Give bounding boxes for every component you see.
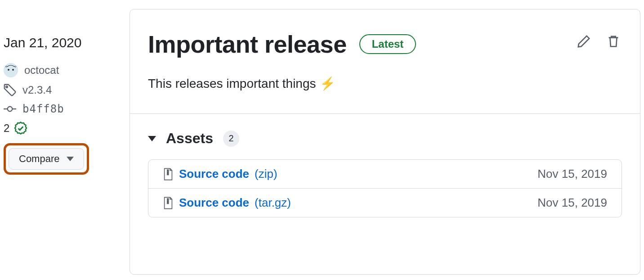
asset-link[interactable]: Source code — [179, 196, 249, 210]
zip-icon — [163, 168, 174, 181]
release-panel: Important release Latest This releases i… — [130, 9, 640, 275]
compare-label: Compare — [19, 153, 59, 165]
tag-name: v2.3.4 — [22, 84, 52, 96]
svg-point-4 — [8, 107, 13, 112]
asset-date: Nov 15, 2019 — [537, 196, 607, 210]
compare-button[interactable]: Compare — [9, 148, 84, 170]
svg-rect-9 — [167, 173, 169, 175]
verified-count: 2 — [4, 122, 9, 135]
chevron-down-icon — [67, 157, 74, 161]
svg-point-2 — [12, 69, 14, 71]
assets-list: Source code (zip) Nov 15, 2019 Source co… — [148, 159, 622, 217]
commit-row[interactable]: b4ff8b — [4, 103, 126, 115]
zip-icon — [163, 197, 174, 209]
delete-button[interactable] — [605, 33, 622, 51]
pencil-icon — [577, 35, 590, 48]
commit-hash: b4ff8b — [22, 103, 64, 115]
compare-highlight: Compare — [4, 143, 89, 175]
tag-row[interactable]: v2.3.4 — [4, 84, 126, 96]
verified-icon — [14, 122, 27, 135]
assets-toggle[interactable]: Assets 2 — [148, 130, 622, 147]
svg-rect-7 — [167, 170, 169, 171]
latest-badge: Latest — [359, 34, 416, 54]
svg-rect-11 — [167, 200, 169, 202]
author-name: octocat — [24, 64, 59, 77]
assets-heading: Assets — [166, 130, 213, 147]
verified-row[interactable]: 2 — [4, 122, 126, 135]
svg-rect-12 — [167, 202, 169, 203]
asset-row: Source code (tar.gz) Nov 15, 2019 — [148, 188, 622, 217]
lightning-icon: ⚡ — [320, 76, 335, 91]
caret-down-icon — [148, 136, 156, 141]
release-actions — [575, 30, 622, 51]
asset-date: Nov 15, 2019 — [537, 167, 607, 181]
svg-point-1 — [8, 69, 9, 71]
svg-point-3 — [6, 86, 8, 88]
asset-ext: (tar.gz) — [255, 196, 291, 210]
avatar — [4, 63, 18, 77]
asset-link[interactable]: Source code — [179, 167, 249, 181]
release-sidebar: Jan 21, 2020 octocat v2.3.4 b4ff8b 2 Com… — [4, 9, 126, 275]
release-title: Important release — [148, 30, 347, 58]
release-body: This releases important things ⚡ — [130, 76, 640, 113]
asset-row: Source code (zip) Nov 15, 2019 — [148, 160, 622, 188]
assets-count: 2 — [223, 131, 239, 147]
asset-ext: (zip) — [255, 167, 277, 181]
release-date: Jan 21, 2020 — [4, 35, 126, 50]
commit-icon — [4, 103, 16, 115]
trash-icon — [607, 35, 620, 48]
svg-rect-10 — [167, 199, 169, 200]
release-body-text: This releases important things — [148, 77, 316, 91]
assets-section: Assets 2 Source code (zip) Nov 15, 2019 … — [130, 114, 640, 217]
author-row[interactable]: octocat — [4, 63, 126, 77]
tag-icon — [4, 84, 16, 96]
edit-button[interactable] — [575, 33, 592, 51]
svg-rect-8 — [167, 172, 169, 173]
